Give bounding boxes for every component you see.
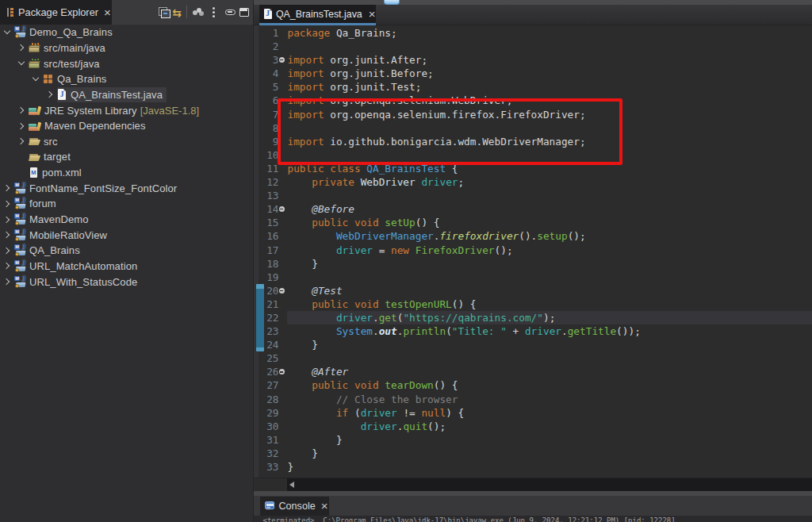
code-line-24[interactable]: 24 } — [259, 338, 641, 351]
chevron-right-icon[interactable] — [17, 106, 25, 114]
focus-on-active-task-icon — [192, 7, 205, 17]
console-view-tab[interactable]: Console × — [260, 497, 329, 516]
line-number: 7 — [259, 108, 279, 121]
tree-item-src-test-java[interactable]: src/test/java — [0, 56, 253, 71]
fold-marker-icon[interactable] — [279, 369, 285, 374]
code-line-27[interactable]: 27 public void tearDown() { — [259, 378, 641, 392]
maximize-button[interactable] — [238, 0, 250, 25]
package-explorer-icon — [6, 7, 16, 17]
code-line-12[interactable]: 12 private WebDriver driver; — [259, 175, 641, 189]
tree-item-label: Qa_Brains — [57, 73, 106, 85]
fold-column — [279, 324, 287, 338]
chevron-right-icon[interactable] — [3, 247, 11, 255]
code-line-26[interactable]: 26 @After — [259, 365, 641, 378]
fold-column — [279, 244, 287, 257]
code-line-20[interactable]: 20 @Test — [259, 284, 641, 297]
tree-item-pom-xml[interactable]: pom.xml — [0, 165, 253, 181]
code-line-4[interactable]: 4import org.junit.Before; — [259, 67, 641, 80]
code-line-2[interactable]: 2 — [259, 40, 641, 53]
close-icon[interactable]: × — [321, 502, 328, 510]
tree-item-target[interactable]: target — [0, 149, 253, 165]
code-line-3[interactable]: 3import org.junit.After; — [259, 53, 641, 67]
tree-item-qa-brainstest-java[interactable]: QA_BrainsTest.java — [0, 87, 253, 103]
chevron-right-icon[interactable] — [3, 184, 11, 192]
view-menu-icon — [212, 7, 215, 18]
code-line-1[interactable]: 1package Qa_Brains; — [259, 26, 641, 40]
tree-item-label: URL_With_StatusCode — [29, 276, 137, 288]
chevron-right-icon[interactable] — [46, 90, 54, 98]
code-line-14[interactable]: 14 @Before — [259, 202, 641, 216]
code-line-32[interactable]: 32 } — [259, 447, 641, 460]
tree-item-label: forum — [29, 198, 56, 209]
fold-column — [279, 447, 287, 460]
tree-item-url-with-statuscode[interactable]: MJURL_With_StatusCode — [0, 274, 253, 290]
fold-marker-icon[interactable] — [279, 288, 285, 294]
link-with-editor-button[interactable]: ⇆ — [170, 0, 184, 25]
focus-on-active-task-button[interactable] — [190, 0, 206, 25]
chevron-down-icon[interactable] — [17, 59, 25, 67]
chevron-right-icon[interactable] — [17, 137, 25, 145]
view-menu-button[interactable] — [209, 0, 218, 25]
code-line-13[interactable]: 13 — [259, 189, 641, 202]
chevron-right-icon[interactable] — [17, 44, 25, 52]
fold-marker-icon[interactable] — [279, 206, 285, 212]
chevron-right-icon[interactable] — [3, 231, 11, 239]
code-line-22[interactable]: 22 driver.get("https://qabrains.com/"); — [259, 311, 641, 324]
code-lines: 1package Qa_Brains;23import org.junit.Af… — [259, 26, 641, 474]
toolbar-button-highlight[interactable] — [384, 0, 400, 5]
code-line-16[interactable]: 16 WebDriverManager.firefoxdriver().setu… — [259, 229, 641, 243]
tree-item-src-main-java[interactable]: src/main/java — [0, 40, 253, 56]
chevron-right-icon[interactable] — [3, 278, 11, 286]
editor-tab-qa-brainstest[interactable]: QA_BrainsTest.java × — [259, 5, 376, 25]
code-text: driver.get("https://qabrains.com/"); — [287, 311, 556, 324]
tree-item-suffix: [JavaSE-1.8] — [140, 105, 199, 117]
line-number: 2 — [259, 40, 279, 53]
chevron-right-icon[interactable] — [3, 216, 11, 224]
code-line-33[interactable]: 33} — [259, 460, 641, 474]
fold-marker-icon[interactable] — [279, 57, 285, 63]
tree-item-qa-brains[interactable]: MJQA_Brains — [0, 243, 253, 259]
scroll-left-arrow-icon[interactable] — [289, 482, 294, 488]
minimize-button[interactable] — [224, 0, 236, 25]
maven-project-icon: MJ — [14, 260, 26, 272]
tree-item-jre-system-library[interactable]: JRE System Library[JavaSE-1.8] — [0, 102, 253, 118]
chevron-down-icon[interactable] — [32, 75, 40, 83]
package-explorer-panel: Package Explorer × ⇆ — [0, 0, 253, 522]
chevron-right-icon[interactable] — [3, 200, 11, 208]
tree-item-mavendemo[interactable]: MJMavenDemo — [0, 212, 253, 228]
chevron-right-icon[interactable] — [3, 262, 11, 270]
horizontal-scrollbar[interactable] — [287, 478, 812, 492]
tree-item-forum[interactable]: MJforum — [0, 196, 253, 212]
code-line-25[interactable]: 25 — [259, 351, 641, 365]
package-explorer-view-tab[interactable]: Package Explorer × — [0, 0, 112, 25]
code-line-30[interactable]: 30 driver.quit(); — [259, 420, 641, 433]
code-text: System.out.println("Title: " + driver.ge… — [287, 324, 641, 338]
code-line-28[interactable]: 28 // Close the browser — [259, 393, 641, 406]
code-line-21[interactable]: 21 public void testOpenURL() { — [259, 297, 641, 311]
code-line-18[interactable]: 18 } — [259, 257, 641, 271]
code-line-29[interactable]: 29 if (driver != null) { — [259, 406, 641, 420]
code-line-19[interactable]: 19 — [259, 271, 641, 284]
code-line-31[interactable]: 31 } — [259, 433, 641, 447]
code-line-23[interactable]: 23 System.out.println("Title: " + driver… — [259, 324, 641, 338]
chevron-down-icon[interactable] — [3, 29, 11, 36]
code-line-17[interactable]: 17 driver = new FirefoxDriver(); — [259, 244, 641, 257]
code-line-5[interactable]: 5import org.junit.Test; — [259, 80, 641, 94]
tree-item-inner: src — [29, 134, 62, 149]
tree-item-qa-brains[interactable]: Qa_Brains — [0, 71, 253, 87]
code-editor[interactable]: 1package Qa_Brains;23import org.junit.Af… — [254, 25, 812, 478]
no-expander — [17, 153, 25, 161]
chevron-right-icon[interactable] — [17, 122, 25, 130]
close-icon[interactable]: × — [369, 10, 376, 18]
close-icon[interactable]: × — [104, 9, 111, 17]
code-line-15[interactable]: 15 public void setUp() { — [259, 216, 641, 229]
tree-item-fontname-fontsize-fontcolor[interactable]: MJFontName_FontSize_FontColor — [0, 180, 253, 196]
line-number: 25 — [259, 351, 279, 365]
tree-item-mobileratioview[interactable]: MJMobileRatioView — [0, 227, 253, 243]
tree-item-url-matchautomation[interactable]: MJURL_MatchAutomation — [0, 259, 253, 274]
tree-item-src[interactable]: src — [0, 133, 253, 149]
tree-item-demo-qa-brains[interactable]: MJDemo_Qa_Brains — [0, 25, 253, 40]
tree-item-inner: MJFontName_FontSize_FontColor — [14, 181, 181, 196]
code-text: } — [287, 433, 343, 447]
tree-item-maven-dependencies[interactable]: Maven Dependencies — [0, 118, 253, 134]
